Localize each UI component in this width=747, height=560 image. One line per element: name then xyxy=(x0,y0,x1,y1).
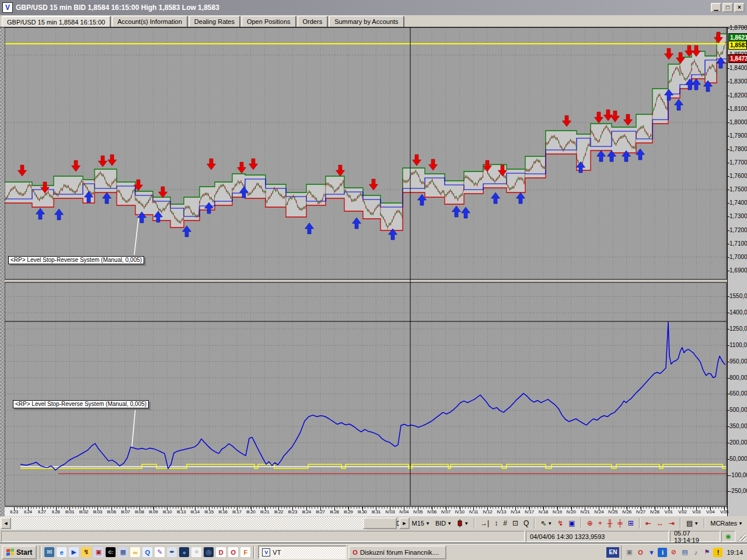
windows-logo-icon xyxy=(6,548,15,556)
equity-tick-label: 950,00 xyxy=(729,358,747,365)
quote-button[interactable]: Q xyxy=(522,519,530,528)
language-indicator[interactable]: EN xyxy=(606,547,619,558)
timeframe-dropdown[interactable]: M15▼ xyxy=(410,519,432,527)
indicator-label-equity-pane[interactable]: <RP> Level Stop-Reverse System (Manual, … xyxy=(13,400,149,408)
window-title: GBP/USD 15 min BID 1,8584 16:15:00 High … xyxy=(16,4,711,12)
price-tick-label: 1,8200 xyxy=(729,92,747,99)
opera-icon[interactable]: O xyxy=(228,547,238,557)
tab-orders[interactable]: Orders xyxy=(298,16,329,27)
price-tick-label: 1,7100 xyxy=(729,240,747,247)
horizontal-scrollbar[interactable]: ◄ ► xyxy=(0,517,368,530)
objects-button[interactable]: ▣ xyxy=(567,519,577,528)
chart-type-candle-button[interactable]: ▼ xyxy=(455,519,470,528)
equity-tick-label: 1400,00 xyxy=(729,309,747,316)
equity-tick-label: 1550,00 xyxy=(729,293,747,299)
fit-vertical-button[interactable]: ↕ xyxy=(493,519,500,528)
grid-toggle-button[interactable]: # xyxy=(501,519,509,528)
camera-tray-icon[interactable]: ▣ xyxy=(624,548,634,557)
equity-tick-label: 500,00 xyxy=(729,407,747,413)
network-globe-icon[interactable]: ◎ xyxy=(204,547,214,557)
mcrates-dropdown[interactable]: MCRates▼ xyxy=(708,519,745,527)
audio-tray-icon[interactable]: ♪ xyxy=(691,548,700,557)
close-button[interactable]: × xyxy=(734,3,745,12)
tab-chart[interactable]: GBP/USD 15 min 1,8584 16:15:00 xyxy=(2,16,111,27)
disk-icon[interactable]: ▣ xyxy=(93,547,103,557)
price-tick-label: 1,7400 xyxy=(729,200,747,206)
equity-tick-label: -100,00 xyxy=(729,472,747,478)
tab-dealing-rates[interactable]: Dealing Rates xyxy=(189,16,240,27)
workspace-tab-bar: GBP/USD 15 min 1,8584 16:15:00Account(s)… xyxy=(0,15,747,27)
maximize-button[interactable]: □ xyxy=(722,3,733,12)
vertical-cursor-button[interactable]: ╫ xyxy=(606,519,615,528)
firefox-icon[interactable]: F xyxy=(240,547,250,557)
pen-icon[interactable]: ✒ xyxy=(167,547,177,557)
candlestick-icon xyxy=(457,519,463,527)
tab-account-s-information[interactable]: Account(s) Information xyxy=(112,16,188,27)
zoom-region-button[interactable]: ⊞ xyxy=(626,519,636,528)
network-tray-icon[interactable]: ▤ xyxy=(680,548,689,557)
calculator-icon[interactable]: ▦ xyxy=(118,547,128,557)
dragon-icon[interactable]: D xyxy=(216,547,226,557)
increase-bar-spacing-button[interactable]: ⇥ xyxy=(667,519,676,528)
zoom-in-button[interactable]: ⊕ xyxy=(585,519,595,528)
price-tick-label: 1,6900 xyxy=(729,267,747,274)
security-tray-icon[interactable]: ! xyxy=(713,548,722,557)
vt-icon: V xyxy=(262,548,270,556)
windows-taskbar: Start ✉e▶↯▣C:▦∞Q✎✒●✧◎DOF V VT O Diskuzní… xyxy=(0,544,747,560)
status-message-panel xyxy=(1,531,525,542)
price-type-dropdown[interactable]: BID▼ xyxy=(434,519,453,527)
opera-tray-icon[interactable]: O xyxy=(636,548,645,557)
paint-icon[interactable]: ✎ xyxy=(155,547,165,557)
status-bar: 04/04/06 14:30 1323,9593 05.07 13:14:19 … xyxy=(0,530,747,543)
scroll-right-button[interactable]: ► xyxy=(399,517,410,529)
price-tick-label: 1,7000 xyxy=(729,254,747,260)
date-axis: II.23II.24II.27II.28III.01III.02III.03II… xyxy=(5,506,727,516)
opera-icon: O xyxy=(352,549,358,556)
task-button-vt[interactable]: V VT xyxy=(258,545,347,559)
current-price-box: 1,8583 xyxy=(728,41,747,50)
price-tick-label: 1,8000 xyxy=(729,119,747,125)
tab-open-positions[interactable]: Open Positions xyxy=(242,16,296,27)
minimize-button[interactable]: ▁ xyxy=(711,3,721,12)
resize-grip[interactable] xyxy=(738,533,746,541)
pointer-tool-button[interactable]: ⇖▼ xyxy=(539,519,554,528)
date-tick-label: V.05 xyxy=(715,509,733,514)
crosshair-button[interactable]: + xyxy=(596,519,604,528)
vt-trader-window: V GBP/USD 15 min BID 1,8584 16:15:00 Hig… xyxy=(0,0,747,560)
chat-icon[interactable]: ∞ xyxy=(130,547,140,557)
command-prompt-icon[interactable]: C: xyxy=(106,547,116,557)
price-tick-label: 1,8400 xyxy=(729,65,747,71)
horizontal-cursor-button[interactable]: ╪ xyxy=(616,519,624,528)
chart-area[interactable] xyxy=(0,27,727,506)
notes-icon[interactable]: ✧ xyxy=(191,547,201,557)
vt-logo-icon: V xyxy=(2,2,13,13)
select-region-button[interactable]: ⊡ xyxy=(511,519,520,528)
chart-left-frame xyxy=(0,27,5,516)
outlook-express-icon[interactable]: ✉ xyxy=(44,547,54,557)
internet-explorer-icon[interactable]: e xyxy=(57,547,67,557)
scroll-left-button[interactable]: ◄ xyxy=(1,517,11,529)
title-bar: V GBP/USD 15 min BID 1,8584 16:15:00 Hig… xyxy=(0,0,747,15)
goto-last-bar-button[interactable]: →| xyxy=(479,519,491,528)
task-button-browser[interactable]: O Diskuzní fórum Financnik.... xyxy=(348,545,446,559)
equity-tick-label: -250,00 xyxy=(729,488,747,494)
block-tray-icon[interactable]: ⊘ xyxy=(669,548,678,557)
indicator-label-price-pane[interactable]: <RP> Level Stop-Reverse System (Manual, … xyxy=(8,256,144,264)
decrease-bar-spacing-button[interactable]: ⇤ xyxy=(644,519,653,528)
tab-summary-by-accounts[interactable]: Summary by Accounts xyxy=(329,16,404,27)
start-button[interactable]: Start xyxy=(2,545,37,559)
vt-tray-icon[interactable]: ▼ xyxy=(647,548,656,557)
scrollbar-thumb[interactable] xyxy=(363,517,397,529)
indicators-button[interactable]: ↯ xyxy=(556,519,565,528)
chart-bottom-row: ◄ ► GBP/USD▼ M15▼ BID▼ ▼ →|↕#⊡Q⇖▼↯▣⊕+╫╪⊞… xyxy=(0,517,747,530)
chart-toolbar: GBP/USD▼ M15▼ BID▼ ▼ →|↕#⊡Q⇖▼↯▣⊕+╫╪⊞⇤↔⇥▤… xyxy=(368,517,747,530)
info-tray-icon[interactable]: i xyxy=(658,548,667,557)
flag-tray-icon[interactable]: ⚑ xyxy=(702,548,711,557)
bar-spacing-button[interactable]: ↔ xyxy=(655,519,665,528)
reports-button[interactable]: ▤▼ xyxy=(685,519,700,528)
equity-tick-label: 350,00 xyxy=(729,423,747,429)
winamp-icon[interactable]: ↯ xyxy=(81,547,91,557)
media-player-icon[interactable]: ▶ xyxy=(69,547,79,557)
globe-icon[interactable]: ● xyxy=(179,547,189,557)
quicktime-icon[interactable]: Q xyxy=(142,547,152,557)
